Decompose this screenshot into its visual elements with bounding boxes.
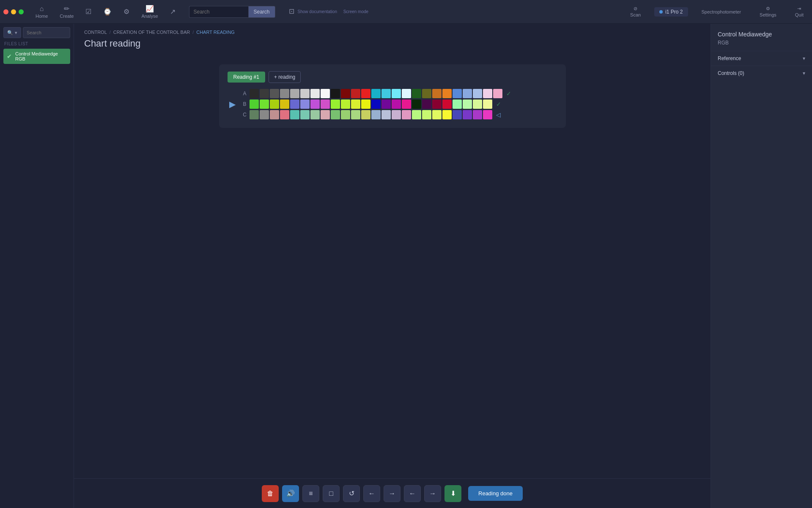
file-item[interactable]: ✔ Control Mediawedge RGB [3,49,70,64]
color-cell[interactable] [432,110,442,119]
color-cell[interactable] [412,99,421,109]
color-cell[interactable] [300,89,310,98]
color-cell[interactable] [371,89,381,98]
color-cell[interactable] [422,99,431,109]
color-cell[interactable] [300,99,310,109]
breadcrumb-control[interactable]: CONTROL [84,30,107,35]
color-cell[interactable] [381,89,391,98]
color-cell[interactable] [361,99,370,109]
color-cell[interactable] [331,89,340,98]
color-cell[interactable] [270,99,279,109]
color-cell[interactable] [371,99,381,109]
color-cell[interactable] [432,89,442,98]
color-cell[interactable] [321,89,330,98]
color-cell[interactable] [341,99,350,109]
delete-button[interactable]: 🗑 [262,485,279,502]
color-cell[interactable] [321,99,330,109]
search-button[interactable]: Search [248,6,275,18]
color-cell[interactable] [402,110,411,119]
color-cell[interactable] [351,110,360,119]
color-cell[interactable] [463,99,472,109]
color-cell[interactable] [463,89,472,98]
color-cell[interactable] [483,99,492,109]
color-cell[interactable] [442,89,452,98]
quit-item[interactable]: ⇥ Quit [790,4,809,19]
color-cell[interactable] [361,89,370,98]
search-input[interactable] [189,6,248,18]
color-cell[interactable] [422,110,431,119]
nav-screen[interactable]: ⊡ [284,6,299,18]
color-cell[interactable] [280,110,289,119]
sidebar-search-input[interactable] [23,27,70,38]
color-cell[interactable] [300,110,310,119]
color-cell[interactable] [381,99,391,109]
color-cell[interactable] [402,89,411,98]
color-cell[interactable] [351,99,360,109]
panel-reference[interactable]: Reference ▾ [711,51,812,66]
nav-analyse[interactable]: 📈 Analyse [136,3,163,20]
color-cell[interactable] [331,110,340,119]
color-cell[interactable] [402,99,411,109]
color-cell[interactable] [280,89,289,98]
color-cell[interactable] [361,110,370,119]
color-cell[interactable] [280,99,289,109]
nav-settings-top[interactable]: ⚙ [118,6,134,17]
color-cell[interactable] [341,89,350,98]
color-cell[interactable] [483,89,492,98]
next-button[interactable]: → [384,485,401,502]
color-cell[interactable] [392,89,401,98]
color-cell[interactable] [260,99,269,109]
sidebar-search-toggle[interactable]: 🔍 ▾ [3,27,21,38]
color-cell[interactable] [310,99,320,109]
color-cell[interactable] [463,110,472,119]
sound-button[interactable]: 🔊 [282,485,299,502]
color-cell[interactable] [290,99,299,109]
color-cell[interactable] [422,89,431,98]
scan-item[interactable]: ⊘ Scan [625,4,646,19]
color-cell[interactable] [270,89,279,98]
panel-controls[interactable]: Controls (0) ▾ [711,66,812,80]
color-cell[interactable] [493,89,502,98]
color-cell[interactable] [483,110,492,119]
prev2-button[interactable]: ← [404,485,421,502]
color-cell[interactable] [432,99,442,109]
download-button[interactable]: ⬇ [444,485,461,502]
next2-button[interactable]: → [424,485,441,502]
color-cell[interactable] [453,99,462,109]
color-cell[interactable] [290,89,299,98]
color-cell[interactable] [250,89,259,98]
color-cell[interactable] [473,110,482,119]
color-cell[interactable] [473,89,482,98]
color-cell[interactable] [392,110,401,119]
reading-tab-1[interactable]: Reading #1 [228,72,265,83]
color-cell[interactable] [250,110,259,119]
close-button[interactable] [3,9,8,14]
color-cell[interactable] [250,99,259,109]
color-cell[interactable] [453,89,462,98]
color-cell[interactable] [473,99,482,109]
square-button[interactable]: □ [323,485,340,502]
nav-create[interactable]: ✏ Create [55,3,79,20]
nav-arrow[interactable]: ↗ [165,6,181,17]
maximize-button[interactable] [19,9,24,14]
color-cell[interactable] [270,110,279,119]
add-reading-tab[interactable]: + reading [269,71,301,83]
color-cell[interactable] [412,89,421,98]
color-cell[interactable] [412,110,421,119]
nav-home[interactable]: ⌂ Home [30,3,53,20]
reading-done-button[interactable]: Reading done [468,486,523,501]
color-cell[interactable] [260,89,269,98]
settings-item[interactable]: ⚙ Settings [754,4,782,19]
color-cell[interactable] [321,110,330,119]
device-badge[interactable]: i1 Pro 2 [654,7,688,17]
color-cell[interactable] [341,110,350,119]
color-cell[interactable] [310,110,320,119]
color-cell[interactable] [310,89,320,98]
prev-button[interactable]: ← [363,485,380,502]
play-button[interactable]: ▶ [228,97,237,111]
color-cell[interactable] [371,110,381,119]
color-cell[interactable] [442,99,452,109]
color-cell[interactable] [351,89,360,98]
color-cell[interactable] [442,110,452,119]
refresh-button[interactable]: ↺ [343,485,360,502]
